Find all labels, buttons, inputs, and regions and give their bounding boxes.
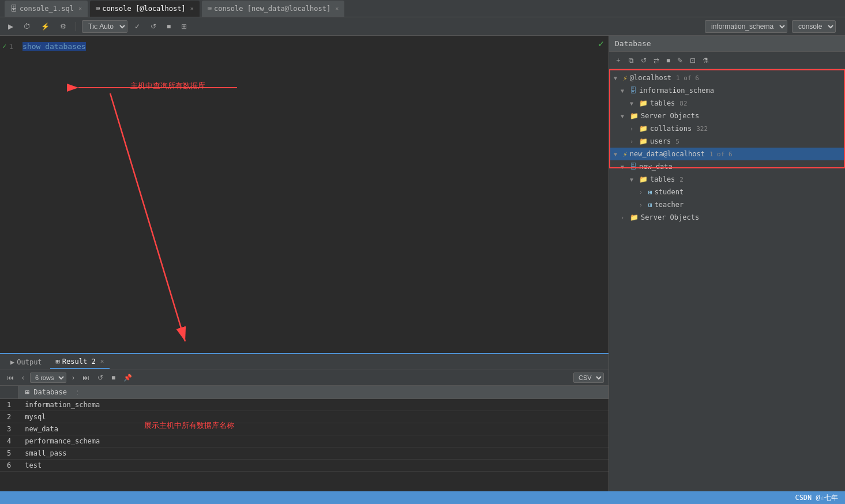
row-num-cell: 5 [0,447,18,460]
arrow-icon: › [630,126,637,132]
info-schema-label: information_schema [639,86,714,95]
col-icon: ⊞ [25,388,29,396]
tx-select[interactable]: Tx: Auto [82,20,127,33]
row-num-header [0,386,18,399]
rows-select[interactable]: 6 rows [30,373,66,383]
first-page-btn[interactable]: ⏮ [5,373,16,383]
console-select[interactable]: console [792,20,836,33]
tab-console-newdata[interactable]: ⌨ console [new_data@localhost] ✕ [202,1,345,17]
tree-newdata-localhost[interactable]: ▼ ⚡ new_data@localhost 1 of 6 [609,148,845,160]
folder-icon: 📁 [639,137,648,145]
export-select[interactable]: CSV [573,373,604,383]
refresh-db-btn[interactable]: ↺ [639,55,649,66]
tree-teacher[interactable]: › ⊞ teacher [609,198,845,211]
tree-info-schema[interactable]: ▼ 🗄 information_schema [609,84,845,97]
tree-collations[interactable]: › 📁 collations 322 [609,122,845,135]
separator [76,22,76,31]
run-button[interactable]: ▶ [5,21,17,32]
row-num-cell: 3 [0,423,18,435]
db-tree-wrapper: ▼ ⚡ @localhost 1 of 6 ▼ 🗄 information_sc… [609,69,845,491]
table-icon: ⊞ [648,189,652,196]
tab-console1[interactable]: 🗄 console_1.sql ✕ [5,1,88,17]
prev-page-btn[interactable]: ‹ [20,373,27,383]
users-label: users [650,137,671,145]
tab-output[interactable]: ▶ Output [5,356,48,368]
bottom-panel: ▶ Output ⊞ Result 2 ✕ ⏮ ‹ 6 rows › ⏭ ↺ ■ [0,353,609,491]
edit-db-btn[interactable]: ✎ [675,55,685,66]
annot-bottom-text: 展示主机中所有数据库名称 [144,420,234,431]
tables2-label: tables [650,175,675,183]
arrow-icon: ▼ [621,164,628,170]
last-page-btn[interactable]: ⏭ [80,373,92,383]
tab-label: console [new_data@localhost] [214,5,331,13]
copy-btn[interactable]: ⧉ [626,55,636,66]
sort-icon[interactable]: ⋮ [74,389,81,396]
arrow-icon: ▼ [621,88,628,94]
tree-tables-2[interactable]: ▼ 📁 tables 2 [609,173,845,186]
add-btn[interactable]: ＋ [613,54,624,66]
schema-select[interactable]: information_schema [705,20,787,33]
row-num-cell: 2 [0,411,18,423]
timer-button[interactable]: ⏱ [20,21,34,32]
tree-localhost[interactable]: ▼ ⚡ @localhost 1 of 6 [609,72,845,84]
pin-btn[interactable]: 📌 [121,373,134,383]
refresh-button[interactable]: ↺ [147,21,160,32]
newdata-localhost-label: new_data@localhost [630,150,705,158]
tree-student[interactable]: › ⊞ student [609,186,845,198]
grid-button[interactable]: ⊞ [178,21,190,32]
tab-console-localhost[interactable]: ⌨ console [@localhost] ✕ [90,1,200,17]
stop-button[interactable]: ■ [163,21,174,32]
tab-close[interactable]: ✕ [335,5,339,12]
db-panel-title: Database [615,39,651,48]
bottom-toolbar: ⏮ ‹ 6 rows › ⏭ ↺ ■ 📌 CSV [0,370,609,386]
tab-close[interactable]: ✕ [190,5,194,12]
arrow-icon: ▼ [630,100,637,107]
row-num-cell: 4 [0,435,18,447]
tab-close[interactable]: ✕ [78,5,82,12]
tree-users[interactable]: › 📁 users 5 [609,135,845,148]
stop-results-btn[interactable]: ■ [109,373,118,383]
filter-db-btn[interactable]: ⚗ [700,55,711,66]
host-icon: ⚡ [623,150,628,159]
table-row: 4 performance_schema [0,435,609,447]
expand-db-btn[interactable]: ⊡ [688,55,698,66]
refresh-results-btn[interactable]: ↺ [95,373,106,383]
connection-selectors: information_schema console [700,20,840,33]
collations-badge: 322 [696,125,708,133]
status-bar: CSDN @☆七年 [0,491,845,504]
localhost-badge: 1 of 6 [676,74,699,82]
folder-icon: 📁 [639,175,648,183]
collations-label: collations [650,125,692,133]
localhost-label: @localhost [630,74,671,82]
stop-db-btn[interactable]: ■ [664,55,673,66]
arrow-icon: › [639,202,646,208]
arrow-icon: ▼ [621,113,628,119]
tab-icon: ⌨ [208,5,212,13]
tree-tables-82[interactable]: ▼ 📁 tables 82 [609,97,845,110]
result-table[interactable]: ⊞ Database ⋮ 1 information_schema 2 mysq… [0,386,609,491]
arrow-icon: › [630,138,637,145]
table-row: 2 mysql [0,411,609,423]
check-button[interactable]: ✓ [131,21,144,32]
code-text: show databases [22,42,86,51]
bottom-content: ⊞ Database ⋮ 1 information_schema 2 mysq… [0,386,609,491]
editor-content[interactable]: show databases ✓ [18,36,609,353]
tab-result2[interactable]: ⊞ Result 2 ✕ [50,355,110,369]
db-cell: new_data [18,423,608,435]
sync-btn[interactable]: ⇄ [651,55,662,66]
result-close[interactable]: ✕ [100,358,104,365]
settings-button[interactable]: ⚙ [57,21,70,32]
db-cell: mysql [18,411,608,423]
next-page-btn[interactable]: › [70,373,77,383]
maven-button[interactable]: ⚡ [37,21,53,32]
tree-server-objects-1[interactable]: ▼ 📁 Server Objects [609,110,845,122]
tree-server-objects-2[interactable]: › 📁 Server Objects [609,211,845,224]
check-icon: ✓ [2,42,6,50]
main-toolbar: ▶ ⏱ ⚡ ⚙ Tx: Auto ✓ ↺ ■ ⊞ information_sch… [0,17,845,36]
users-badge: 5 [675,138,679,145]
tree-new-data-db[interactable]: ▼ 🗄 new_data [609,160,845,173]
tab-bar: 🗄 console_1.sql ✕ ⌨ console [@localhost]… [0,0,845,17]
tables2-badge: 2 [679,176,683,183]
row-num-cell: 1 [0,399,18,411]
table-row: 3 new_data [0,423,609,435]
